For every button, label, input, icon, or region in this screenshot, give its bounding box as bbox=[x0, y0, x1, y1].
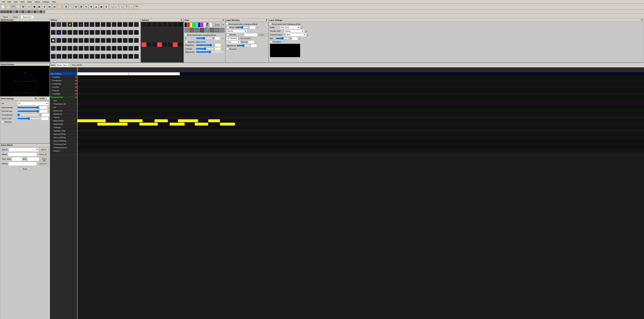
contrast-input[interactable]: 0 bbox=[215, 47, 220, 50]
swatch-black[interactable] bbox=[184, 22, 187, 27]
effect-cell-76[interactable] bbox=[117, 54, 122, 59]
track-new-timing[interactable]: New Timing bbox=[50, 72, 77, 75]
blur-lock[interactable]: 🔒 bbox=[298, 37, 301, 39]
swatch-magenta[interactable] bbox=[201, 22, 203, 27]
track-treeborderodd[interactable]: TreeBorderOdd bbox=[50, 143, 77, 146]
zoom-out-button[interactable]: 🔍 bbox=[119, 4, 124, 9]
track-strand1[interactable]: Strand 1 bbox=[50, 149, 77, 153]
fade-select[interactable]: Fade bbox=[227, 40, 240, 43]
effect-cell-63[interactable] bbox=[134, 46, 139, 51]
ls-close[interactable]: ✕ bbox=[640, 19, 643, 21]
track-treebordereven[interactable]: TreeBorderEven bbox=[50, 146, 77, 149]
cycle-count-input[interactable]: 1.0 bbox=[41, 117, 48, 120]
jukebox-cell-13[interactable] bbox=[168, 42, 172, 47]
in-transition-tab[interactable]: In Transition bbox=[226, 37, 238, 40]
jukebox-cell-6[interactable] bbox=[173, 22, 178, 27]
effect-cell-56[interactable] bbox=[95, 46, 100, 51]
effect-cell-17[interactable]: ★ bbox=[56, 30, 61, 35]
swatch-g6[interactable]: 6 bbox=[210, 28, 214, 32]
lb-reset-checkbox[interactable] bbox=[226, 23, 228, 25]
effect-cell-24[interactable] bbox=[95, 30, 100, 35]
menu-settings[interactable]: Settings bbox=[41, 0, 50, 3]
effect-cell-13[interactable] bbox=[123, 22, 128, 27]
view-select[interactable]: Master View bbox=[56, 63, 70, 67]
menu-view[interactable]: View bbox=[19, 0, 26, 3]
sparkles-slider[interactable] bbox=[196, 37, 212, 39]
block-15-2[interactable] bbox=[170, 123, 185, 126]
canvas-input[interactable] bbox=[244, 33, 257, 36]
settings2-button[interactable]: 🔧 bbox=[69, 4, 73, 9]
jukebox-cell-9[interactable] bbox=[147, 42, 152, 47]
reverse-checkbox[interactable] bbox=[227, 48, 229, 50]
effect-cell-49[interactable] bbox=[56, 46, 61, 51]
effect-cell-11[interactable] bbox=[112, 22, 116, 27]
buffer-select[interactable]: Roto-Zoom bbox=[280, 26, 300, 29]
jukebox-cell-7[interactable] bbox=[178, 22, 183, 27]
color-close[interactable]: ✕ bbox=[222, 19, 224, 21]
jukebox-cell-4[interactable] bbox=[162, 22, 167, 27]
se-end-input[interactable]: 6.00000 bbox=[27, 157, 39, 161]
effect-cell-32[interactable]: ⬜ bbox=[51, 38, 56, 43]
out-transition-tab[interactable]: Out Transition bbox=[239, 37, 252, 40]
transparency-input[interactable]: 0 bbox=[42, 113, 49, 116]
effect-cell-78[interactable] bbox=[128, 54, 133, 59]
track-treebody[interactable]: TreeBody bbox=[50, 75, 77, 79]
se-effects-input[interactable] bbox=[8, 162, 36, 166]
effect-cell-2[interactable] bbox=[62, 22, 67, 27]
effect-cell-46[interactable] bbox=[128, 38, 133, 43]
ls-reset-checkbox[interactable] bbox=[269, 23, 272, 25]
effect-cell-74[interactable] bbox=[106, 54, 111, 59]
jukebox-cell-10[interactable] bbox=[152, 42, 157, 47]
effect-cell-22[interactable]: ◐ bbox=[84, 30, 89, 35]
effect-cell-57[interactable] bbox=[101, 46, 106, 51]
se-effects-selectall-button[interactable]: Select All bbox=[38, 162, 48, 166]
contrast-lock[interactable]: 🔒 bbox=[221, 48, 224, 50]
jukebox-cell-2[interactable] bbox=[152, 22, 157, 27]
effect-cell-51[interactable] bbox=[68, 46, 72, 51]
track-starline60[interactable]: StarLine60Deg bbox=[50, 132, 77, 136]
morph-lock[interactable]: 🔒 bbox=[256, 26, 258, 28]
settings1-button[interactable]: ⚙ bbox=[64, 4, 68, 9]
blur-slider[interactable] bbox=[276, 37, 289, 39]
color-x-button[interactable]: ✕ bbox=[222, 24, 224, 26]
effect-cell-55[interactable] bbox=[90, 46, 94, 51]
se-time-selectall-button[interactable]: Select All bbox=[40, 157, 48, 161]
jukebox-cell-1[interactable] bbox=[147, 22, 152, 27]
track-canvas[interactable] bbox=[77, 72, 644, 319]
track-treeright[interactable]: TreeRight bbox=[50, 92, 77, 96]
track-starline90u[interactable]: StarLine90Deg_ bbox=[50, 139, 77, 143]
jukebox-cell-5[interactable] bbox=[168, 22, 172, 27]
track-topleft[interactable]: TopLeft bbox=[50, 116, 77, 119]
effect-cell-70[interactable] bbox=[84, 54, 89, 59]
new-button[interactable]: 📄 bbox=[0, 4, 5, 9]
buffer-lock[interactable]: 🔒 bbox=[301, 26, 303, 28]
menu-import[interactable]: Import bbox=[33, 0, 41, 3]
menu-audio[interactable]: Audio bbox=[26, 0, 33, 3]
jukebox-cell-15[interactable] bbox=[178, 42, 183, 47]
pause-button[interactable]: ⏸ bbox=[42, 4, 47, 9]
effect-cell-42[interactable] bbox=[106, 38, 111, 43]
swatch-yellow[interactable] bbox=[190, 22, 192, 27]
block-14-0[interactable] bbox=[77, 119, 106, 122]
block-14-4[interactable] bbox=[208, 119, 220, 122]
cycle-count-slider[interactable] bbox=[17, 118, 40, 120]
effect-cell-19[interactable] bbox=[68, 30, 72, 35]
swatch-g3[interactable]: 6 bbox=[194, 28, 199, 32]
effect-cell-27[interactable] bbox=[112, 30, 116, 35]
effect-cell-20[interactable] bbox=[73, 30, 78, 35]
track-star[interactable]: Star bbox=[50, 99, 77, 102]
effect-cell-5[interactable]: ● bbox=[78, 22, 83, 27]
effect-cell-73[interactable] bbox=[101, 54, 106, 59]
effect-cell-54[interactable] bbox=[84, 46, 89, 51]
start-intensity-slider[interactable] bbox=[17, 106, 39, 108]
transformation-select[interactable]: None bbox=[286, 33, 306, 36]
play-button[interactable]: ▶ bbox=[37, 4, 42, 9]
jukebox-cell-12[interactable] bbox=[162, 42, 167, 47]
effect-cell-68[interactable] bbox=[73, 54, 78, 59]
effect-cell-41[interactable] bbox=[101, 38, 106, 43]
effect-cell-0[interactable] bbox=[51, 22, 56, 27]
wand-button[interactable]: ✦ bbox=[84, 4, 88, 9]
star-button[interactable]: ★ bbox=[89, 4, 94, 9]
effect-cell-77[interactable] bbox=[123, 54, 128, 59]
undo-button[interactable]: ↩ bbox=[27, 4, 32, 9]
